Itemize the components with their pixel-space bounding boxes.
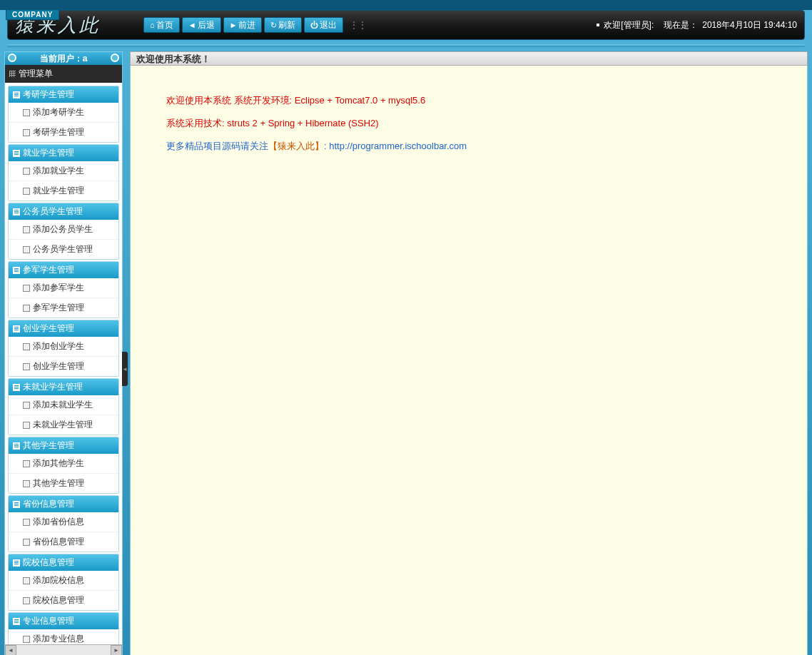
more-icon[interactable]: ⋮⋮ [350,20,367,30]
list-icon [13,267,20,274]
menu-group: 参军学生管理添加参军学生参军学生管理 [8,261,119,318]
scroll-left-arrow-icon[interactable]: ◄ [5,645,16,655]
home-icon: ⌂ [150,21,155,29]
doc-icon [23,188,30,195]
menu-group-label: 创业学生管理 [23,323,74,335]
menu-item-label: 添加未就业学生 [33,399,93,411]
list-icon [13,559,20,567]
scroll-right-arrow-icon[interactable]: ► [111,645,122,655]
menu-item[interactable]: 添加院校信息 [9,571,118,591]
menu-item[interactable]: 其他学生管理 [9,474,118,493]
menu-item[interactable]: 就业学生管理 [9,181,118,200]
menu-group-label: 就业学生管理 [23,147,74,159]
menu-group-header[interactable]: 就业学生管理 [9,145,118,161]
menu-item-label: 添加公务员学生 [33,223,93,235]
menu-item-label: 未就业学生管理 [33,419,93,431]
current-user-label: 当前用户：a [40,54,88,64]
menu-item[interactable]: 添加省份信息 [9,512,118,532]
menu-item[interactable]: 添加其他学生 [9,454,118,474]
menu-item-label: 创业学生管理 [33,360,84,372]
content-tab-title: 欢迎使用本系统！ [130,51,808,66]
list-icon [13,618,20,625]
menu-item[interactable]: 添加未就业学生 [9,395,118,415]
exit-label: 退出 [320,19,337,31]
menu-item-label: 其他学生管理 [33,477,84,489]
menu-item-label: 公务员学生管理 [33,243,93,255]
menu-item-label: 添加就业学生 [33,165,84,177]
h-scrollbar[interactable]: ◄ ► [5,644,122,655]
list-icon [13,91,20,98]
back-button[interactable]: ◄后退 [182,17,221,33]
home-button[interactable]: ⌂首页 [143,17,180,33]
menu-group-label: 参军学生管理 [23,264,74,276]
menu-group: 创业学生管理添加创业学生创业学生管理 [8,320,119,377]
bullet-icon [597,24,599,26]
menu-title-bar: 管理菜单 [5,65,122,83]
menu-item[interactable]: 参军学生管理 [9,298,118,318]
menu-item[interactable]: 创业学生管理 [9,357,118,376]
menu-group-body: 添加其他学生其他学生管理 [9,454,118,493]
menu-list[interactable]: 考研学生管理添加考研学生考研学生管理就业学生管理添加就业学生就业学生管理公务员学… [5,83,122,644]
menu-group-body: 添加未就业学生未就业学生管理 [9,395,118,435]
menu-item[interactable]: 添加参军学生 [9,278,118,298]
scroll-track[interactable] [16,645,111,655]
source-link[interactable]: http://programmer.ischoolbar.com [329,141,467,151]
menu-group-body: 添加专业信息专业信息管理 [9,629,118,644]
menu-group: 公务员学生管理添加公务员学生公务员学生管理 [8,203,119,260]
main-area: 当前用户：a 管理菜单 考研学生管理添加考研学生考研学生管理就业学生管理添加就业… [0,51,812,655]
doc-icon [23,226,30,233]
doc-icon [23,539,30,546]
menu-group-header[interactable]: 创业学生管理 [9,320,118,337]
menu-group-label: 其他学生管理 [23,440,74,452]
menu-item-label: 添加参军学生 [33,282,84,294]
menu-group-header[interactable]: 考研学生管理 [9,86,118,103]
link-brand: 【猿来入此】 [268,141,324,151]
menu-item-label: 添加创业学生 [33,340,84,352]
menu-item[interactable]: 未就业学生管理 [9,415,118,435]
menu-group-label: 公务员学生管理 [23,205,83,218]
doc-icon [23,363,30,370]
menu-item-label: 省份信息管理 [33,536,84,548]
menu-group: 考研学生管理添加考研学生考研学生管理 [8,86,119,143]
home-label: 首页 [156,19,173,31]
forward-button[interactable]: ►前进 [223,17,263,33]
menu-group-label: 专业信息管理 [23,615,74,627]
menu-group-header[interactable]: 院校信息管理 [9,554,118,571]
collapse-handle[interactable]: ◄ [122,352,128,386]
list-icon [13,384,20,391]
menu-item[interactable]: 省份信息管理 [9,532,118,552]
doc-icon [23,168,30,175]
menu-item[interactable]: 考研学生管理 [9,123,118,142]
menu-item[interactable]: 公务员学生管理 [9,240,118,259]
list-icon [13,442,20,450]
menu-item[interactable]: 添加创业学生 [9,337,118,357]
exit-button[interactable]: ⏻退出 [304,17,343,33]
menu-group-header[interactable]: 其他学生管理 [9,437,118,454]
refresh-label: 刷新 [278,19,295,31]
menu-group: 专业信息管理添加专业信息专业信息管理 [8,612,119,644]
menu-group-body: 添加考研学生考研学生管理 [9,103,118,142]
menu-title-label: 管理菜单 [19,68,53,80]
menu-group-header[interactable]: 参军学生管理 [9,262,118,278]
refresh-icon: ↻ [270,21,277,30]
refresh-button[interactable]: ↻刷新 [264,17,302,33]
menu-item-label: 院校信息管理 [33,594,84,606]
menu-group: 院校信息管理添加院校信息院校信息管理 [8,554,119,611]
menu-group-header[interactable]: 省份信息管理 [9,496,118,512]
menu-item[interactable]: 添加考研学生 [9,103,118,123]
menu-group-header[interactable]: 专业信息管理 [9,613,118,629]
app-frame: COMPANY 猿来入此 ⌂首页 ◄后退 ►前进 ↻刷新 ⏻退出 ⋮⋮ 欢迎[管… [0,10,812,655]
power-icon: ⏻ [310,21,318,29]
back-label: 后退 [198,19,215,31]
menu-group-header[interactable]: 公务员学生管理 [9,203,118,220]
menu-group-header[interactable]: 未就业学生管理 [9,379,118,395]
menu-group: 就业学生管理添加就业学生就业学生管理 [8,144,119,201]
menu-item[interactable]: 添加就业学生 [9,161,118,181]
forward-icon: ► [230,21,238,29]
menu-item[interactable]: 添加公务员学生 [9,220,118,240]
doc-icon [23,422,30,429]
current-user-bar: 当前用户：a [5,52,122,65]
menu-item[interactable]: 添加专业信息 [9,629,118,644]
doc-icon [23,343,30,350]
menu-item[interactable]: 院校信息管理 [9,591,118,610]
